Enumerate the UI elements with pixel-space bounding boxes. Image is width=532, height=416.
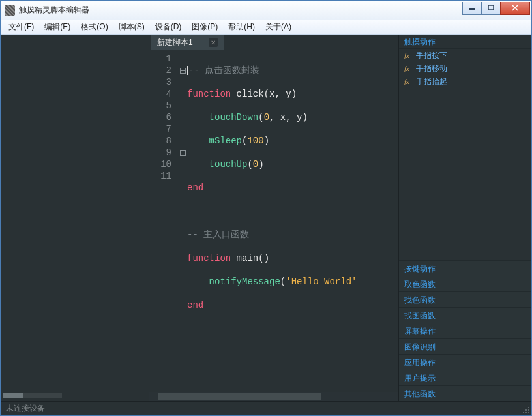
close-button[interactable] [500,2,530,15]
panel-spacer [399,88,531,260]
cat-other[interactable]: 其他函数 [399,385,531,401]
category-list: 按键动作 取色函数 找色函数 找图函数 屏幕操作 图像识别 应用操作 用户提示 … [399,260,531,401]
fold-column [178,50,187,392]
panel-item-touchup[interactable]: fx手指抬起 [399,75,531,88]
menu-about[interactable]: 关于(A) [260,20,297,34]
window-title: 触摸精灵脚本编辑器 [19,5,463,16]
line-gutter: 1 2 3 4 5 6 7 8 9 10 11 [149,50,178,392]
code-editor[interactable]: 1 2 3 4 5 6 7 8 9 10 11 [149,50,398,392]
menu-help[interactable]: 帮助(H) [223,20,260,34]
menu-file[interactable]: 文件(F) [3,20,39,34]
window-buttons [463,2,530,15]
panel-item-touchdown[interactable]: fx手指按下 [399,49,531,62]
panel-list: fx手指按下 fx手指移动 fx手指抬起 [399,49,531,88]
fx-icon: fx [404,65,412,72]
cat-findcolor[interactable]: 找色函数 [399,291,531,307]
cat-findimg[interactable]: 找图函数 [399,307,531,323]
app-window: 触摸精灵脚本编辑器 文件(F) 编辑(E) 格式(O) 脚本(S) 设备(D) … [0,0,532,416]
fold-icon[interactable] [180,150,186,156]
left-panel [1,35,149,401]
left-scrollbar[interactable] [3,393,62,398]
menu-format[interactable]: 格式(O) [76,20,113,34]
cat-screen[interactable]: 屏幕操作 [399,323,531,338]
code-content[interactable]: -- 点击函数封装 function click(x, y) touchDown… [187,50,398,392]
titlebar[interactable]: 触摸精灵脚本编辑器 [1,1,531,20]
statusbar: 未连接设备 [1,401,531,415]
tabbar: 新建脚本1 ✕ [149,35,398,50]
cat-key[interactable]: 按键动作 [399,260,531,276]
menu-script[interactable]: 脚本(S) [113,20,150,34]
client-area: 新建脚本1 ✕ 1 2 3 4 5 6 7 8 9 10 11 [1,35,531,401]
left-scrollbar-thumb[interactable] [3,393,23,398]
cat-getcolor[interactable]: 取色函数 [399,276,531,291]
fold-icon[interactable] [180,68,186,74]
tab-active[interactable]: 新建脚本1 ✕ [151,35,224,50]
editor-scrollbar-thumb[interactable] [158,393,321,400]
menu-edit[interactable]: 编辑(E) [39,20,76,34]
minimize-button[interactable] [462,2,482,15]
cat-app[interactable]: 应用操作 [399,354,531,370]
maximize-button[interactable] [481,2,501,15]
right-panel: 触摸动作 fx手指按下 fx手指移动 fx手指抬起 按键动作 取色函数 找色函数… [398,35,531,401]
resize-grip[interactable] [522,406,529,413]
tab-close-icon[interactable]: ✕ [209,38,218,47]
cat-ocr[interactable]: 图像识别 [399,338,531,354]
tab-title: 新建脚本1 [157,37,193,48]
svg-rect-0 [469,8,475,10]
fx-icon: fx [404,52,412,59]
panel-item-touchmove[interactable]: fx手指移动 [399,62,531,75]
panel-header-touch[interactable]: 触摸动作 [399,35,531,49]
app-icon [5,5,15,16]
status-text: 未连接设备 [6,403,45,414]
menu-device[interactable]: 设备(D) [150,20,187,34]
svg-rect-1 [488,5,494,10]
menu-image[interactable]: 图像(P) [186,20,223,34]
editor-h-scrollbar[interactable] [149,392,398,401]
cat-prompt[interactable]: 用户提示 [399,370,531,385]
editor-area: 新建脚本1 ✕ 1 2 3 4 5 6 7 8 9 10 11 [149,35,398,401]
menubar: 文件(F) 编辑(E) 格式(O) 脚本(S) 设备(D) 图像(P) 帮助(H… [1,20,531,35]
fx-icon: fx [404,78,412,85]
